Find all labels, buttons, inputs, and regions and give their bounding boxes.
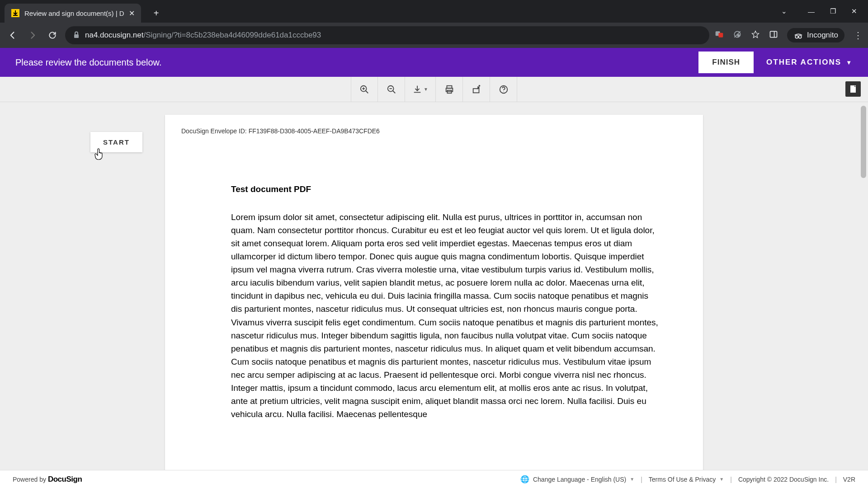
envelope-id: DocuSign Envelope ID: FF139F88-D308-4005… [181, 127, 687, 135]
browser-toolbar: na4.docusign.net/Signing/?ti=8c5b238eba4… [0, 23, 868, 48]
help-button[interactable] [490, 77, 517, 102]
svg-rect-7 [770, 31, 777, 37]
change-language-link[interactable]: 🌐 Change Language - English (US) ▼ [520, 475, 634, 483]
scrollbar-thumb[interactable] [861, 106, 866, 178]
tab-close-icon[interactable]: ✕ [129, 9, 135, 18]
docusign-favicon-icon [11, 9, 20, 18]
window-minimize-icon[interactable]: — [808, 8, 815, 15]
reload-button[interactable] [45, 28, 60, 42]
document-title: Test document PDF [231, 184, 687, 194]
browser-tab-strip: Review and sign document(s) | D ✕ + ⌄ — … [0, 0, 868, 23]
incognito-indicator[interactable]: Incognito [787, 28, 844, 42]
chevron-down-icon: ▼ [846, 59, 853, 66]
terms-label: Terms Of Use & Privacy [649, 476, 716, 483]
svg-rect-1 [74, 34, 79, 38]
separator: | [641, 476, 642, 483]
document-viewport: START DocuSign Envelope ID: FF139F88-D30… [0, 102, 868, 470]
svg-point-9 [795, 35, 798, 38]
send-button[interactable] [463, 77, 490, 102]
finish-button[interactable]: FINISH [698, 52, 754, 73]
bookmark-star-icon[interactable] [751, 30, 760, 41]
window-maximize-icon[interactable]: ❐ [830, 7, 836, 15]
document-toolbar: ▼ [0, 77, 868, 102]
incognito-label: Incognito [807, 31, 838, 40]
copyright-text: Copyright © 2022 DocuSign Inc. [738, 476, 829, 483]
separator: | [835, 476, 837, 483]
powered-by: Powered by DocuSign [13, 475, 82, 484]
svg-line-17 [392, 90, 395, 93]
svg-line-13 [366, 90, 368, 93]
google-translate-icon[interactable] [715, 30, 724, 41]
separator: | [730, 476, 732, 483]
globe-icon: 🌐 [520, 475, 529, 483]
lock-icon [73, 31, 80, 40]
cookies-blocked-icon[interactable] [733, 30, 742, 41]
zoom-in-button[interactable] [351, 77, 378, 102]
powered-by-label: Powered by [13, 476, 46, 483]
window-close-icon[interactable]: ✕ [851, 7, 857, 15]
svg-point-10 [798, 35, 801, 38]
url-text: na4.docusign.net/Signing/?ti=8c5b238eba4… [85, 31, 321, 40]
scrollbar[interactable] [861, 106, 866, 466]
banner-message: Please review the documents below. [15, 57, 162, 68]
review-banner: Please review the documents below. FINIS… [0, 48, 868, 77]
chevron-down-icon: ▼ [719, 477, 724, 482]
svg-rect-3 [718, 33, 723, 37]
terms-link[interactable]: Terms Of Use & Privacy ▼ [649, 476, 724, 483]
address-bar[interactable]: na4.docusign.net/Signing/?ti=8c5b238eba4… [65, 26, 709, 44]
browser-tab[interactable]: Review and sign document(s) | D ✕ [5, 4, 141, 23]
chevron-down-icon: ▼ [630, 477, 634, 482]
document-body: Lorem ipsum dolor sit amet, consectetur … [231, 211, 660, 421]
tab-title: Review and sign document(s) | D [24, 9, 124, 17]
side-panel-icon[interactable] [769, 30, 778, 41]
version-text: V2R [843, 476, 855, 483]
new-tab-button[interactable]: + [149, 5, 164, 21]
zoom-out-button[interactable] [378, 77, 405, 102]
docusign-logo: DocuSign [48, 475, 82, 484]
download-button[interactable]: ▼ [405, 77, 436, 102]
back-button[interactable] [5, 28, 20, 42]
chevron-down-icon: ▼ [424, 87, 428, 92]
svg-point-26 [503, 91, 504, 92]
change-language-label: Change Language - English (US) [533, 476, 626, 483]
print-button[interactable] [436, 77, 463, 102]
start-button[interactable]: START [90, 132, 142, 152]
document-page: DocuSign Envelope ID: FF139F88-D308-4005… [165, 115, 703, 470]
app-footer: Powered by DocuSign 🌐 Change Language - … [0, 470, 868, 488]
svg-rect-22 [473, 89, 479, 93]
other-actions-dropdown[interactable]: OTHER ACTIONS ▼ [766, 58, 853, 67]
incognito-icon [793, 31, 803, 39]
page-thumbnails-button[interactable] [845, 81, 861, 97]
forward-button[interactable] [25, 28, 40, 42]
tabs-dropdown-icon[interactable]: ⌄ [781, 7, 787, 15]
other-actions-label: OTHER ACTIONS [766, 58, 841, 67]
browser-menu-icon[interactable]: ⋮ [854, 30, 863, 41]
